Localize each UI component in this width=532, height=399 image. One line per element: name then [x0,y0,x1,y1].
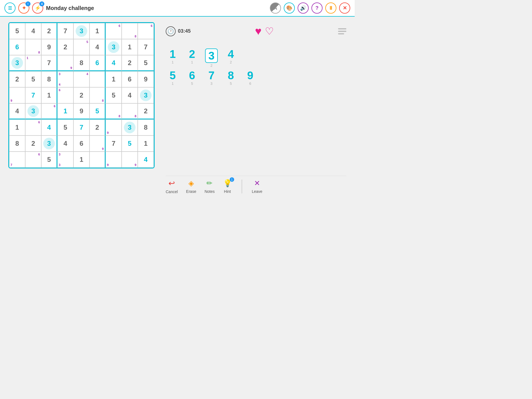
sudoku-cell[interactable]: 2 [122,55,138,71]
sudoku-cell[interactable]: 6 [106,23,122,39]
menu-button[interactable]: ☰ [4,2,16,14]
sudoku-cell[interactable] [89,71,106,87]
erase-button[interactable]: ◈ Erase [186,179,196,194]
sudoku-cell[interactable]: 8 [138,119,154,135]
sudoku-cell[interactable]: 2 [41,23,57,39]
sudoku-cell[interactable]: 6 [41,103,57,119]
sudoku-cell[interactable]: 5 [57,119,73,135]
close-button[interactable]: ✕ [339,2,350,14]
sudoku-cell[interactable]: 8 [41,71,57,87]
sudoku-cell[interactable]: 4 [41,119,57,135]
sudoku-cell[interactable]: 1 [41,87,57,103]
sudoku-cell[interactable]: 3 [106,39,122,55]
sudoku-cell[interactable]: 9 [138,71,154,87]
lightning-button[interactable]: ⚡ 4 [32,2,43,14]
sudoku-cell[interactable]: 5 [9,23,25,39]
sudoku-cell[interactable]: 8 [25,39,41,55]
sudoku-cell[interactable]: 6 [25,119,41,135]
sudoku-cell[interactable]: 6 [138,23,154,39]
number-item-8[interactable]: 85 [224,70,238,86]
sudoku-cell[interactable]: 6 [73,135,89,152]
number-item-4[interactable]: 42 [224,48,238,64]
sudoku-cell[interactable]: 5 [138,55,154,71]
sudoku-cell[interactable]: 4 [73,71,89,87]
sudoku-cell[interactable]: 3 [25,103,41,119]
sudoku-cell[interactable]: 5 [25,71,41,87]
hint-button[interactable]: 💡 1 Hint [223,179,232,194]
sudoku-cell[interactable]: 6 [25,152,41,168]
sudoku-cell[interactable]: 4 [138,152,154,168]
sudoku-cell[interactable]: 8 [73,55,89,71]
sudoku-cell[interactable]: 4 [106,55,122,71]
sudoku-cell[interactable]: 9 [73,103,89,119]
sudoku-cell[interactable]: 1 [122,39,138,55]
sudoku-cell[interactable]: 8 [106,103,122,119]
sudoku-cell[interactable]: 8 [89,87,106,103]
hamburger-icon[interactable] [338,28,346,34]
sudoku-cell[interactable]: 2 [9,71,25,87]
number-item-6[interactable]: 65 [185,70,199,86]
sudoku-cell[interactable]: 2 [25,135,41,152]
sudoku-cell[interactable]: 7 [106,135,122,152]
sudoku-cell[interactable]: 5 [106,87,122,103]
sudoku-cell[interactable]: 7 [41,55,57,71]
sudoku-cell[interactable]: 2 [89,119,106,135]
sudoku-cell[interactable]: 4 [57,135,73,152]
sudoku-cell[interactable]: 7 [9,152,25,168]
sudoku-cell[interactable]: 33 [57,152,73,168]
sudoku-cell[interactable]: 9 [41,39,57,55]
sudoku-cell[interactable]: 4 [89,39,106,55]
sudoku-cell[interactable]: 5 [89,103,106,119]
sudoku-cell[interactable]: 3 [9,55,25,71]
sudoku-cell[interactable]: 4 [9,103,25,119]
sudoku-cell[interactable]: 6 [89,55,106,71]
sudoku-cell[interactable]: 3 [41,135,57,152]
star-button[interactable]: ✦ ! [18,2,29,14]
sudoku-cell[interactable]: 2 [57,39,73,55]
sudoku-cell[interactable]: 2 [138,103,154,119]
sound-button[interactable]: 🔊 [298,2,309,14]
sudoku-cell[interactable]: 3 [73,23,89,39]
sudoku-cell[interactable]: 1 [9,119,25,135]
sudoku-cell[interactable] [89,152,106,168]
number-item-9[interactable]: 96 [243,70,257,86]
number-item-7[interactable]: 73 [204,70,218,86]
sudoku-cell[interactable]: 7 [57,23,73,39]
sudoku-cell[interactable]: 8 [9,135,25,152]
sudoku-cell[interactable]: 7 [138,39,154,55]
number-item-1[interactable]: 11 [166,48,180,64]
sudoku-cell[interactable]: 6 [9,39,25,55]
sudoku-cell[interactable]: 5 [122,135,138,152]
palette-button[interactable]: 🎨 [284,2,295,14]
sudoku-cell[interactable]: 9 [106,152,122,168]
sudoku-cell[interactable]: 1 [138,135,154,152]
sudoku-cell[interactable]: 8 [122,103,138,119]
sudoku-cell[interactable]: 6 [122,71,138,87]
cancel-button[interactable]: ↩ Cancel [166,179,178,194]
sudoku-cell[interactable]: 1 [89,23,106,39]
sudoku-cell[interactable]: 3 [138,87,154,103]
pause-button[interactable]: ⏸ [325,2,336,14]
help-button[interactable]: ? [311,2,323,14]
sudoku-cell[interactable]: 5 [41,152,57,168]
sudoku-cell[interactable]: 9 [57,55,73,71]
sudoku-cell[interactable]: 9 [89,135,106,152]
notes-button[interactable]: ✏ Notes [204,179,215,194]
leave-button[interactable]: ✕ Leave [252,179,262,194]
sudoku-cell[interactable]: 9 [122,152,138,168]
number-item-2[interactable]: 21 [185,48,199,64]
sudoku-cell[interactable]: 34 [57,71,73,87]
sudoku-cell[interactable]: 3 [122,119,138,135]
sudoku-cell[interactable]: 1 [106,71,122,87]
sudoku-cell[interactable]: 9 [106,119,122,135]
sudoku-cell[interactable]: 4 [25,23,41,39]
sudoku-cell[interactable]: 4 [122,87,138,103]
accessibility-button[interactable]: A [270,2,281,14]
sudoku-cell[interactable]: 1 [25,55,41,71]
number-item-5[interactable]: 51 [166,70,180,86]
sudoku-cell[interactable]: 2 [73,87,89,103]
sudoku-cell[interactable]: 9 [9,87,25,103]
sudoku-cell[interactable]: 8 [122,23,138,39]
sudoku-cell[interactable]: 1 [57,103,73,119]
sudoku-cell[interactable]: 7 [73,119,89,135]
